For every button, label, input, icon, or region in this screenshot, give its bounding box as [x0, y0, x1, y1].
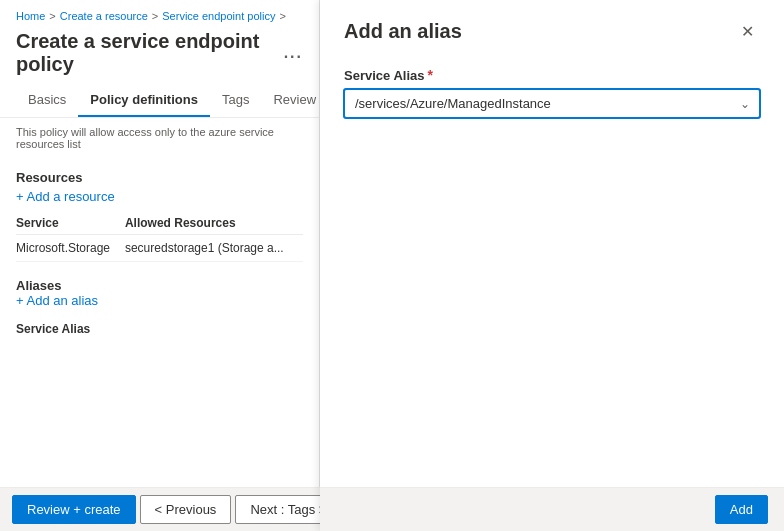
col-service: Service	[16, 212, 125, 235]
breadcrumb-sep-1: >	[49, 10, 55, 22]
cell-allowed: securedstorage1 (Storage a...	[125, 235, 303, 262]
page-title: Create a service endpoint policy	[16, 30, 276, 76]
breadcrumb-home[interactable]: Home	[16, 10, 45, 22]
aliases-section-title: Aliases	[16, 278, 303, 293]
cell-service: Microsoft.Storage	[16, 235, 125, 262]
table-row: Microsoft.Storage securedstorage1 (Stora…	[16, 235, 303, 262]
dialog-title: Add an alias	[344, 20, 462, 43]
service-alias-select[interactable]: /services/Azure/ManagedInstance /service…	[344, 89, 760, 118]
service-alias-field: Service Alias * /services/Azure/ManagedI…	[344, 67, 760, 118]
add-alias-link[interactable]: + Add an alias	[16, 293, 98, 308]
breadcrumb-sep-3: >	[279, 10, 285, 22]
breadcrumb: Home > Create a resource > Service endpo…	[0, 0, 319, 26]
content-area: Resources + Add a resource Service Allow…	[0, 154, 319, 531]
aliases-section: Aliases + Add an alias Service Alias	[16, 278, 303, 336]
breadcrumb-service-endpoint-policy[interactable]: Service endpoint policy	[162, 10, 275, 22]
tabs-container: Basics Policy definitions Tags Review + …	[0, 84, 319, 118]
main-container: Home > Create a resource > Service endpo…	[0, 0, 784, 531]
tab-basics[interactable]: Basics	[16, 84, 78, 117]
add-button[interactable]: Add	[715, 495, 768, 524]
service-alias-label: Service Alias *	[344, 67, 760, 83]
service-alias-select-wrapper: /services/Azure/ManagedInstance /service…	[344, 89, 760, 118]
breadcrumb-create-resource[interactable]: Create a resource	[60, 10, 148, 22]
col-allowed-resources: Allowed Resources	[125, 212, 303, 235]
service-alias-column-label: Service Alias	[16, 322, 303, 336]
dialog-close-button[interactable]: ✕	[735, 20, 760, 43]
service-alias-label-text: Service Alias	[344, 68, 424, 83]
previous-button[interactable]: < Previous	[140, 495, 232, 524]
tab-policy-definitions[interactable]: Policy definitions	[78, 84, 210, 117]
resources-section-title: Resources	[16, 170, 303, 185]
resources-section: Resources + Add a resource Service Allow…	[16, 170, 303, 262]
page-title-container: Create a service endpoint policy ...	[0, 26, 319, 84]
bottom-bar: Review + create < Previous Next : Tags >	[0, 487, 320, 531]
add-resource-link[interactable]: + Add a resource	[16, 189, 115, 204]
tab-tags[interactable]: Tags	[210, 84, 261, 117]
policy-note: This policy will allow access only to th…	[0, 118, 319, 154]
required-indicator: *	[427, 67, 432, 83]
more-options-button[interactable]: ...	[284, 44, 303, 62]
dialog-header: Add an alias ✕	[344, 20, 760, 43]
breadcrumb-sep-2: >	[152, 10, 158, 22]
left-panel: Home > Create a resource > Service endpo…	[0, 0, 320, 531]
review-create-button[interactable]: Review + create	[12, 495, 136, 524]
dialog-bottom-bar: Add	[320, 487, 784, 531]
resources-table: Service Allowed Resources Microsoft.Stor…	[16, 212, 303, 262]
add-alias-dialog: Add an alias ✕ Service Alias * /services…	[320, 0, 784, 531]
